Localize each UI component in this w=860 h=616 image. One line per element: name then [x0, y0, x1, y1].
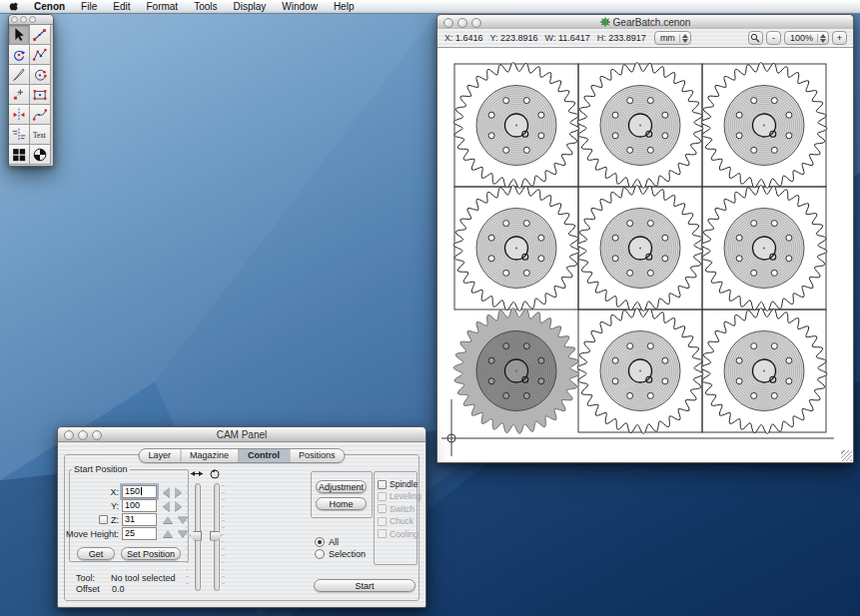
minimize-button[interactable]	[457, 18, 467, 28]
arc-tool[interactable]	[30, 65, 51, 85]
knife-tool[interactable]	[9, 65, 30, 85]
line-tool[interactable]	[30, 25, 51, 45]
stepper-decrement[interactable]	[163, 501, 170, 511]
start-position-group: Start Position X:150Y:100Z:31Move Height…	[69, 464, 189, 562]
stepper-decrement[interactable]	[163, 530, 173, 537]
rectangle-tool[interactable]	[30, 85, 51, 105]
close-button[interactable]	[64, 430, 74, 440]
stepper-decrement[interactable]	[163, 516, 173, 523]
get-button[interactable]: Get	[77, 547, 115, 560]
field-label: Y:	[111, 501, 119, 511]
field-row-x: X:150	[70, 485, 182, 498]
pointer-tool[interactable]	[9, 25, 30, 45]
all-radio[interactable]	[315, 537, 325, 547]
feed-slider-thumb[interactable]	[190, 531, 202, 541]
checkbox-row-spindle: Spindle	[378, 479, 418, 489]
set-position-button[interactable]: Set Position	[121, 547, 181, 560]
unit-stepper[interactable]	[679, 34, 688, 43]
drawing-canvas[interactable]	[437, 48, 853, 462]
svg-text:Text: Text	[33, 132, 46, 140]
rotation-slider[interactable]	[208, 483, 224, 591]
zoom-button[interactable]	[471, 18, 481, 28]
start-position-legend: Start Position	[72, 464, 130, 474]
zoom-stepper[interactable]	[817, 34, 826, 43]
menu-item-display[interactable]: Display	[226, 0, 275, 13]
rotate-tool-icon	[10, 46, 28, 64]
start-button[interactable]: Start	[314, 579, 416, 592]
field-row-z: Z:31	[70, 513, 188, 526]
zoom-level-value: 100%	[790, 33, 813, 43]
zoom-level-popup[interactable]: 100%	[784, 31, 829, 45]
feed-speed-icon	[190, 468, 204, 479]
stepper-decrement[interactable]	[163, 487, 170, 497]
gear[interactable]	[701, 63, 827, 189]
zoom-button[interactable]	[29, 16, 36, 23]
polyline-tool-icon	[31, 46, 49, 64]
gear[interactable]	[453, 308, 579, 434]
tool-palette-window: Text	[8, 14, 54, 167]
magnifier-button[interactable]	[748, 31, 763, 45]
palette-titlebar[interactable]	[9, 15, 53, 25]
gear[interactable]	[577, 186, 703, 311]
gear[interactable]	[577, 308, 703, 434]
resize-grip[interactable]	[841, 450, 852, 461]
tool-status-label: Tool:	[76, 573, 94, 583]
window-title: CAM Panel	[217, 429, 268, 440]
gear[interactable]	[453, 186, 579, 311]
field-input[interactable]: 150	[122, 485, 157, 498]
spindle-checkbox[interactable]	[378, 480, 387, 489]
menu-item-file[interactable]: File	[73, 0, 105, 13]
document-titlebar[interactable]: GearBatch.cenon	[437, 15, 853, 30]
adjustment-button[interactable]: Adjustment	[316, 480, 367, 493]
apple-menu-icon[interactable]	[9, 1, 20, 13]
stepper-increment[interactable]	[175, 501, 182, 511]
rotate-tool[interactable]	[9, 45, 30, 65]
field-input[interactable]: 31	[122, 513, 157, 526]
gear[interactable]	[453, 63, 579, 189]
close-button[interactable]	[11, 16, 18, 23]
tab-magazine[interactable]: Magazine	[180, 449, 238, 462]
polyline-tool[interactable]	[30, 45, 51, 65]
tab-positions[interactable]: Positions	[289, 449, 345, 462]
coord-h: H: 233.8917	[597, 33, 646, 43]
arc-tool-icon	[31, 66, 49, 84]
curve-tool[interactable]	[30, 105, 51, 125]
zoom-in-button[interactable]: +	[832, 31, 847, 45]
menu-item-app[interactable]: Cenon	[26, 0, 73, 13]
unit-popup[interactable]: mm	[654, 31, 691, 45]
rotation-slider-thumb[interactable]	[210, 531, 222, 541]
menu-item-help[interactable]: Help	[326, 0, 363, 13]
z-enable-checkbox[interactable]	[99, 515, 108, 524]
stepper-increment[interactable]	[175, 487, 182, 497]
zoom-button[interactable]	[92, 430, 102, 440]
mirror-tool[interactable]	[9, 105, 30, 125]
text-tool[interactable]: Text	[30, 125, 51, 145]
field-input[interactable]: 25	[122, 527, 157, 540]
gear[interactable]	[577, 63, 703, 189]
checkbox-row-cooling: Cooling	[378, 529, 419, 539]
chuck-checkbox	[378, 517, 387, 526]
minimize-button[interactable]	[20, 16, 27, 23]
distribute-tool[interactable]	[9, 125, 30, 145]
web-tool[interactable]	[30, 145, 51, 165]
tool-grid: Text	[9, 25, 53, 165]
home-button[interactable]: Home	[316, 497, 367, 510]
close-button[interactable]	[443, 18, 453, 28]
tab-layer[interactable]: Layer	[139, 449, 180, 462]
field-input[interactable]: 100	[122, 499, 157, 512]
gear[interactable]	[701, 308, 827, 434]
cam-panel-titlebar[interactable]: CAM Panel	[58, 427, 426, 442]
switches-group: SpindleLevelingSwitchChuckCooling	[374, 471, 418, 565]
selection-radio[interactable]	[315, 549, 325, 559]
menu-item-edit[interactable]: Edit	[105, 0, 138, 13]
add-point-tool[interactable]	[9, 85, 30, 105]
raster-tool[interactable]	[9, 145, 30, 165]
tab-control[interactable]: Control	[238, 449, 289, 462]
minimize-button[interactable]	[78, 430, 88, 440]
menu-item-tools[interactable]: Tools	[186, 0, 225, 13]
menu-item-window[interactable]: Window	[274, 0, 326, 13]
zoom-out-button[interactable]: -	[766, 31, 781, 45]
gear[interactable]	[701, 186, 827, 311]
feed-slider[interactable]	[189, 483, 205, 591]
menu-item-format[interactable]: Format	[138, 0, 186, 13]
